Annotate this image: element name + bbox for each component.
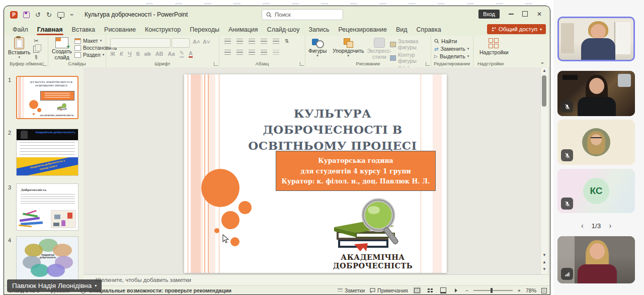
slide-subtitle-box[interactable]: Кураторська година для студентів 4 курсу… — [276, 151, 436, 191]
paragraph-dialog-launcher[interactable] — [300, 62, 304, 66]
slide-thumbnail-2[interactable]: Академічна доброчесність Академічна добр… — [16, 129, 78, 176]
font-color-button[interactable]: А — [189, 50, 193, 58]
restore-icon[interactable] — [522, 11, 528, 17]
cut-icon[interactable]: ✂ — [34, 38, 38, 44]
tab-record[interactable]: Запись — [304, 23, 334, 36]
select-button[interactable]: ▷ Выделить ▾ — [434, 53, 469, 59]
participant-video-2[interactable] — [557, 71, 635, 116]
numbering-icon[interactable] — [236, 39, 243, 44]
start-presentation-icon[interactable] — [57, 12, 64, 18]
strikethrough-button[interactable]: S — [136, 51, 139, 57]
tab-insert[interactable]: Вставка — [67, 23, 100, 36]
comments-toggle[interactable]: Примечания — [370, 287, 408, 293]
clipboard-dialog-launcher[interactable] — [43, 62, 47, 66]
shrink-font-icon[interactable]: A˅ — [203, 39, 210, 45]
scroll-up-icon[interactable]: ▲ — [541, 68, 548, 73]
next-slide-icon[interactable]: ▼ — [541, 267, 548, 271]
tab-view[interactable]: Вид — [391, 23, 412, 36]
scrollbar-thumb[interactable] — [542, 75, 546, 107]
minimize-icon[interactable] — [509, 14, 514, 15]
slideshow-button[interactable] — [452, 287, 460, 294]
arrange-button[interactable]: Упорядочить ▾ — [333, 38, 364, 58]
slide-canvas[interactable]: КУЛЬТУРА ДОБРОЧЕСНОСТІ В ОСВІТНЬОМУ ПРОЦ… — [84, 67, 549, 274]
zoom-in-icon[interactable]: + — [518, 287, 521, 293]
shape-fill-button[interactable]: Заливка фигуры — [390, 38, 431, 50]
slide-caption[interactable]: АКАДЕМІЧНА ДОБРОЧЕСНІСТЬ — [310, 253, 436, 270]
align-left-icon[interactable] — [224, 50, 231, 55]
new-slide-button[interactable]: Создать слайд — [50, 37, 73, 60]
copy-icon[interactable] — [33, 46, 39, 53]
zoom-slider-thumb[interactable] — [491, 288, 493, 293]
slide-editing-area[interactable]: КУЛЬТУРА ДОБРОЧЕСНОСТІ В ОСВІТНЬОМУ ПРОЦ… — [184, 74, 447, 273]
fit-slide-icon[interactable] — [541, 288, 547, 293]
previous-slide-icon[interactable]: ▲ — [541, 260, 548, 264]
align-right-icon[interactable] — [249, 50, 255, 55]
self-video-tile[interactable] — [557, 236, 635, 283]
paste-button[interactable]: Вставить ▾ — [8, 37, 31, 59]
save-icon[interactable] — [23, 12, 30, 18]
format-painter-icon[interactable]: ✎ — [33, 54, 40, 61]
find-button[interactable]: Найти — [434, 38, 457, 44]
tab-help[interactable]: Справка — [412, 23, 446, 36]
participant-video-4[interactable]: КС — [557, 169, 635, 213]
slide-thumbnail-3[interactable]: Доброчесність — [16, 183, 78, 231]
pager-next-icon[interactable]: › — [609, 222, 611, 230]
bold-button[interactable]: Ж — [110, 51, 115, 57]
notes-toggle[interactable]: Заметки — [338, 287, 365, 293]
slide-thumbnail-4[interactable]: Академічна доброчесність — [16, 236, 78, 282]
increase-indent-icon[interactable] — [261, 39, 267, 44]
vertical-scrollbar[interactable]: ▲ ▼ ▲ ▼ — [540, 67, 548, 274]
columns-icon[interactable] — [273, 50, 279, 55]
shapes-button[interactable]: Фигуры ▾ — [308, 38, 327, 58]
tab-home[interactable]: Главная — [33, 23, 67, 36]
participant-video-1[interactable] — [557, 17, 635, 61]
slide-sorter-view-button[interactable] — [426, 287, 434, 294]
zoom-out-icon[interactable]: − — [465, 287, 468, 293]
decrease-indent-icon[interactable] — [249, 39, 255, 44]
customize-qat-icon[interactable]: ≂ — [70, 13, 74, 17]
addins-button[interactable]: Надстройки — [479, 38, 509, 55]
font-dialog-launcher[interactable] — [214, 62, 218, 66]
participant-video-3[interactable] — [557, 120, 635, 165]
undo-icon[interactable]: ↺ — [35, 12, 41, 18]
redo-icon[interactable]: ↻ — [46, 12, 52, 18]
section-button[interactable]: Раздел▾ — [74, 52, 104, 58]
sign-in-button[interactable]: Вход — [478, 10, 500, 19]
underline-button[interactable]: Ч — [128, 51, 132, 57]
tab-review[interactable]: Рецензирование — [334, 23, 391, 36]
books-magnifier-image[interactable] — [326, 194, 401, 253]
text-direction-icon[interactable]: ⇅ — [285, 39, 289, 44]
replace-button[interactable]: ⇄ Заменить ▾ — [434, 46, 469, 52]
tab-animations[interactable]: Анимация — [224, 23, 263, 36]
italic-button[interactable]: К — [120, 51, 123, 57]
text-highlight-button[interactable]: ✎ — [180, 50, 184, 58]
zoom-level[interactable]: 78% — [526, 287, 536, 293]
tab-slideshow[interactable]: Слайд-шоу — [263, 23, 304, 36]
tab-draw[interactable]: Рисование — [100, 23, 140, 36]
zoom-slider[interactable] — [473, 290, 513, 291]
grow-font-icon[interactable]: A˄ — [193, 39, 200, 45]
scroll-down-icon[interactable]: ▼ — [541, 253, 548, 257]
pager-prev-icon[interactable]: ‹ — [581, 222, 584, 230]
justify-icon[interactable] — [261, 50, 267, 55]
character-spacing-button[interactable]: АВ — [155, 51, 164, 57]
search-input[interactable]: Поиск — [262, 9, 343, 20]
change-case-button[interactable]: Аа — [168, 51, 175, 57]
reading-view-button[interactable] — [439, 287, 447, 294]
speaker-name-overlay[interactable]: Павлюк Надія Леонідівна ▾ — [7, 279, 102, 292]
align-center-icon[interactable] — [236, 50, 243, 55]
line-spacing-icon[interactable] — [273, 39, 279, 44]
collapse-ribbon-icon[interactable]: ⌄ — [540, 58, 545, 65]
slide-thumbnail-1[interactable]: КУЛЬТУРА ДОБРОЧЕСНОСТІ В ОСВІТНЬОМУ ПРОЦ… — [16, 76, 78, 119]
tab-file[interactable]: Файл — [8, 23, 33, 36]
font-size-input[interactable] — [172, 38, 190, 48]
tab-design[interactable]: Конструктор — [140, 23, 185, 36]
font-name-input[interactable] — [110, 38, 171, 48]
normal-view-button[interactable] — [413, 287, 421, 294]
close-icon[interactable]: ✕ — [537, 11, 542, 18]
tab-transitions[interactable]: Переходы — [185, 23, 224, 36]
bullets-icon[interactable] — [224, 39, 231, 44]
share-button[interactable]: Общий доступ ▾ — [487, 24, 546, 34]
layout-button[interactable]: Макет▾ — [74, 38, 102, 44]
drawing-dialog-launcher[interactable] — [426, 62, 430, 66]
